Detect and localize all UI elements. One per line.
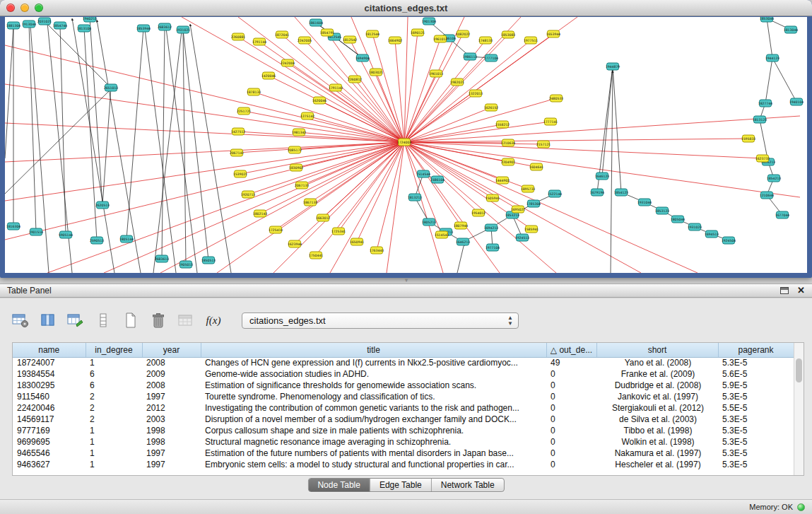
graph-node[interactable]: 1854744 <box>53 22 68 29</box>
graph-node[interactable]: 1924504 <box>722 237 736 244</box>
graph-node[interactable]: 2242005 <box>298 37 312 44</box>
graph-node[interactable]: 1895733 <box>521 185 536 192</box>
graph-node[interactable]: 1867133 <box>303 199 318 206</box>
table-cell[interactable]: Estimation of significance thresholds fo… <box>201 380 546 391</box>
graph-node[interactable]: 1931044 <box>637 199 652 206</box>
table-selector-dropdown[interactable]: citations_edges.txt ▲▼ <box>242 313 519 329</box>
table-row[interactable]: 946554611997Estimation of the future num… <box>13 448 794 459</box>
table-cell[interactable]: Corpus callosum shape and size in male p… <box>201 425 546 436</box>
graph-node[interactable]: 1694513 <box>705 230 719 238</box>
network-canvas[interactable]: 1881304191304420310211854744181310419402… <box>5 17 807 273</box>
table-cell[interactable]: 2012 <box>142 402 201 414</box>
graph-node[interactable]: 1595833 <box>741 135 756 142</box>
graph-node[interactable]: 2683612 <box>158 23 172 30</box>
graph-node[interactable]: 1679194 <box>590 189 605 196</box>
graph-node[interactable]: 1646213 <box>456 238 471 245</box>
column-header-5[interactable]: short <box>596 343 718 357</box>
table-cell[interactable]: 6 <box>86 368 142 380</box>
table-cell[interactable]: 0 <box>546 391 596 402</box>
graph-node[interactable]: 1623944 <box>288 240 302 247</box>
table-cell[interactable]: Changes of HCN gene expression and I(f) … <box>201 357 546 368</box>
scrollbar-thumb[interactable] <box>796 358 802 382</box>
table-cell[interactable]: 2 <box>86 414 142 425</box>
table-cell[interactable]: 0 <box>546 436 596 448</box>
column-header-0[interactable]: name <box>13 343 86 357</box>
table-cell[interactable]: 5.3E-5 <box>718 357 794 368</box>
table-cell[interactable]: 5.5E-5 <box>718 402 794 414</box>
graph-node[interactable]: 1539021 <box>233 170 248 177</box>
graph-node[interactable]: 1853123 <box>655 207 670 214</box>
graph-node[interactable]: 1878133 <box>247 88 261 95</box>
table-cell[interactable]: Tibbo et al. (1998) <box>596 425 718 436</box>
graph-node[interactable]: 2683613 <box>155 255 170 262</box>
table-cell[interactable]: Tourette syndrome. Phenomenology and cla… <box>201 391 546 402</box>
new-file-icon[interactable] <box>122 312 140 329</box>
graph-node[interactable]: 1920713 <box>241 191 256 198</box>
table-cell[interactable]: 5.3E-5 <box>718 414 794 425</box>
graph-node[interactable]: 1725410 <box>269 226 283 233</box>
graph-node[interactable]: 1604641 <box>529 163 544 170</box>
table-cell[interactable]: 22420046 <box>13 402 86 414</box>
graph-node[interactable]: 1944123 <box>765 54 780 62</box>
graph-node[interactable]: 1791143 <box>329 84 343 91</box>
table-cell[interactable]: Investigating the contribution of common… <box>201 402 546 414</box>
graph-node[interactable]: 1082022 <box>456 30 471 37</box>
column-header-3[interactable]: title <box>201 343 546 357</box>
graph-node[interactable]: 1322013 <box>469 90 483 97</box>
table-cell[interactable]: Hescheler et al. (1997) <box>596 459 718 470</box>
table-cell[interactable]: 2 <box>86 402 142 414</box>
table-cell[interactable]: 1 <box>86 459 142 470</box>
table-cell[interactable]: 6 <box>86 380 142 391</box>
table-settings-icon[interactable] <box>11 312 30 329</box>
graph-node[interactable]: 2251721 <box>237 107 252 115</box>
graph-node[interactable]: 1977104 <box>486 244 500 251</box>
graph-node[interactable]: 2067133 <box>295 182 310 189</box>
table-cell[interactable]: Disruption of a novel member of a sodium… <box>201 414 546 425</box>
table-cell[interactable]: Franke et al. (2009) <box>596 368 718 380</box>
table-cell[interactable]: 49 <box>546 357 596 368</box>
graph-node[interactable]: 2260812 <box>348 76 363 83</box>
table-cell[interactable]: 5.3E-5 <box>718 425 794 436</box>
function-builder-icon[interactable]: f(x) <box>204 312 223 329</box>
graph-node[interactable]: 1444902 <box>495 177 510 184</box>
graph-node[interactable]: 1853083 <box>501 31 516 38</box>
graph-node[interactable]: 1901514 <box>29 228 44 235</box>
table-cell[interactable]: 5.6E-5 <box>718 368 794 380</box>
graph-node[interactable]: 1210634 <box>501 139 516 146</box>
table-row[interactable]: 1872400712008Changes of HCN gene express… <box>13 357 794 368</box>
graph-node[interactable]: 1954012 <box>471 209 486 216</box>
table-cell[interactable]: 1997 <box>142 459 201 470</box>
table-cell[interactable]: 5.3E-5 <box>718 391 794 402</box>
row-options-icon[interactable] <box>94 312 112 329</box>
table-cell[interactable]: Estimation of the future numbers of pati… <box>201 448 546 459</box>
graph-node[interactable]: 1853944 <box>136 25 151 32</box>
table-cell[interactable]: 9463627 <box>13 459 86 470</box>
table-cell[interactable]: 0 <box>546 448 596 459</box>
graph-node[interactable]: 1777104 <box>484 54 499 62</box>
table-cell[interactable]: 19384554 <box>13 368 86 380</box>
graph-node[interactable]: 1585941 <box>524 226 539 233</box>
graph-node[interactable]: 1881304 <box>6 22 21 29</box>
graph-node[interactable]: 1677044 <box>775 211 790 218</box>
graph-node[interactable]: 1872041 <box>275 31 290 38</box>
graph-node[interactable]: 1690121 <box>411 29 425 36</box>
graph-node[interactable]: 1777141 <box>543 118 558 125</box>
tab-network-table[interactable]: Network Table <box>432 479 504 491</box>
graph-node[interactable]: 1830902 <box>289 164 304 171</box>
table-cell[interactable]: 9115460 <box>13 391 86 402</box>
table-cell[interactable]: 2003 <box>142 414 201 425</box>
table-cell[interactable]: Nakamura et al. (1997) <box>596 448 718 459</box>
minimize-window-button[interactable] <box>20 4 29 12</box>
graph-node[interactable]: 1850513 <box>201 257 216 264</box>
graph-node[interactable]: 1694213 <box>484 224 499 231</box>
table-cell[interactable]: 0 <box>546 368 596 380</box>
table-cell[interactable]: 14569117 <box>13 414 86 425</box>
graph-node[interactable]: 1812542 <box>343 36 358 43</box>
close-panel-icon[interactable]: ✕ <box>797 286 805 295</box>
table-cell[interactable]: Wolkin et al. (1998) <box>596 436 718 448</box>
tab-edge-table[interactable]: Edge Table <box>370 479 432 491</box>
graph-node[interactable]: 1982021 <box>450 78 465 86</box>
graph-node[interactable]: 1961013 <box>429 70 444 77</box>
table-cell[interactable]: Yano et al. (2008) <box>596 357 718 368</box>
graph-node[interactable]: 2651013 <box>104 84 119 91</box>
